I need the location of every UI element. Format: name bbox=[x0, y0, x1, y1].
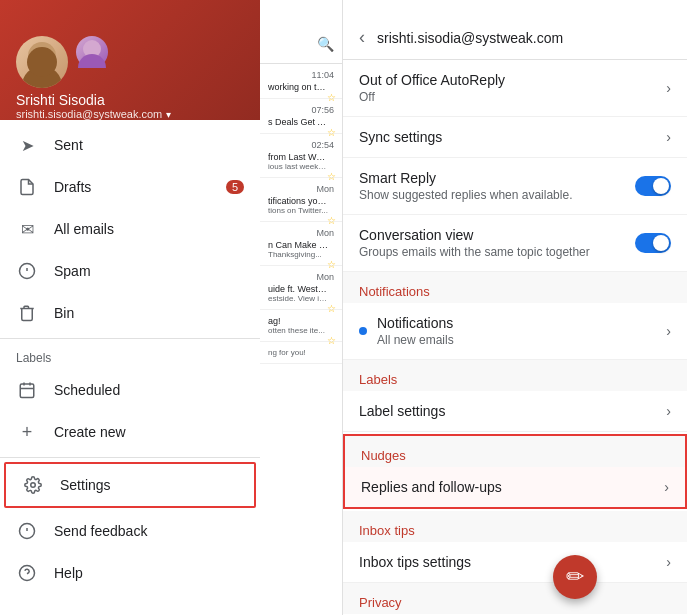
settings-row-smart-reply[interactable]: Smart Reply Show suggested replies when … bbox=[343, 158, 687, 215]
help-icon bbox=[16, 562, 38, 584]
sent-label: Sent bbox=[54, 137, 244, 153]
sidebar-item-send-feedback[interactable]: Send feedback bbox=[0, 510, 260, 552]
drafts-label: Drafts bbox=[54, 179, 210, 195]
privacy-section-header: Privacy bbox=[343, 583, 687, 614]
notification-dot bbox=[359, 327, 367, 335]
labels-section-header: Labels bbox=[0, 343, 260, 369]
settings-row-replies-followups[interactable]: Replies and follow-ups › bbox=[345, 467, 685, 507]
email-preview: ious last week. Y... bbox=[268, 162, 328, 171]
email-time: Mon bbox=[268, 272, 334, 282]
settings-row-label-settings[interactable]: Label settings › bbox=[343, 391, 687, 432]
svg-point-11 bbox=[31, 483, 36, 488]
nav-divider-2 bbox=[0, 457, 260, 458]
smart-reply-title: Smart Reply bbox=[359, 170, 635, 186]
email-sender: ag! bbox=[268, 316, 328, 326]
email-list-header: 🔍 bbox=[260, 24, 342, 64]
email-list: 🔍 11:04 working on the... ☆ 07:56 s Deal… bbox=[260, 0, 343, 615]
account-dropdown-icon[interactable]: ▾ bbox=[166, 109, 171, 120]
label-settings-title: Label settings bbox=[359, 403, 666, 419]
bin-icon bbox=[16, 302, 38, 324]
search-icon[interactable]: 🔍 bbox=[317, 36, 334, 52]
chevron-icon: › bbox=[666, 403, 671, 419]
chevron-icon: › bbox=[666, 323, 671, 339]
compose-icon: ✏ bbox=[566, 564, 584, 590]
sidebar-item-all-emails[interactable]: ✉ All emails bbox=[0, 208, 260, 250]
create-new-icon: + bbox=[16, 421, 38, 443]
conversation-view-subtitle: Groups emails with the same topic togeth… bbox=[359, 245, 635, 259]
sidebar-item-spam[interactable]: Spam bbox=[0, 250, 260, 292]
svg-point-0 bbox=[28, 42, 56, 70]
drafts-icon bbox=[16, 176, 38, 198]
email-item[interactable]: ng for you! bbox=[260, 342, 342, 364]
email-item[interactable]: Mon uide ft. Westside estside. View in..… bbox=[260, 266, 342, 310]
send-feedback-label: Send feedback bbox=[54, 523, 244, 539]
navigation-drawer: Srishti Sisodia srishti.sisodia@systweak… bbox=[0, 0, 260, 615]
sent-icon: ➤ bbox=[16, 134, 38, 156]
out-of-office-title: Out of Office AutoReply bbox=[359, 72, 666, 88]
settings-row-conversation-view[interactable]: Conversation view Groups emails with the… bbox=[343, 215, 687, 272]
sidebar-item-scheduled[interactable]: Scheduled bbox=[0, 369, 260, 411]
help-label: Help bbox=[54, 565, 244, 581]
all-emails-icon: ✉ bbox=[16, 218, 38, 240]
scheduled-icon bbox=[16, 379, 38, 401]
back-button[interactable]: ‹ bbox=[359, 27, 365, 48]
labels-section-header: Labels bbox=[343, 360, 687, 391]
settings-row-notifications[interactable]: Notifications All new emails › bbox=[343, 303, 687, 360]
nav-divider-1 bbox=[0, 338, 260, 339]
sidebar-item-create-new[interactable]: + Create new bbox=[0, 411, 260, 453]
inbox-tips-section-header: Inbox tips bbox=[343, 511, 687, 542]
email-preview: estside. View in... bbox=[268, 294, 328, 303]
compose-fab[interactable]: ✏ bbox=[553, 555, 597, 599]
settings-content: Out of Office AutoReply Off › Sync setti… bbox=[343, 60, 687, 615]
notifications-subtitle: All new emails bbox=[377, 333, 454, 347]
email-sender: from Last Week bbox=[268, 152, 328, 162]
notifications-title: Notifications bbox=[377, 315, 454, 331]
replies-followups-title: Replies and follow-ups bbox=[361, 479, 664, 495]
nudges-highlight-box: Nudges Replies and follow-ups › bbox=[343, 434, 687, 509]
settings-highlight-box: Settings bbox=[4, 462, 256, 508]
out-of-office-subtitle: Off bbox=[359, 90, 666, 104]
all-emails-label: All emails bbox=[54, 221, 244, 237]
sidebar-item-drafts[interactable]: Drafts 5 bbox=[0, 166, 260, 208]
sidebar-item-settings[interactable]: Settings bbox=[6, 464, 254, 506]
svg-rect-7 bbox=[20, 384, 34, 398]
settings-row-inbox-tips[interactable]: Inbox tips settings › bbox=[343, 542, 687, 583]
settings-panel: ‹ srishti.sisodia@systweak.com Out of Of… bbox=[343, 0, 687, 615]
chevron-icon: › bbox=[666, 80, 671, 96]
user-email: srishti.sisodia@systweak.com bbox=[16, 108, 162, 120]
email-item[interactable]: 07:56 s Deals Get Am... ☆ bbox=[260, 99, 342, 134]
email-sender: working on the... bbox=[268, 82, 328, 92]
create-new-label: Create new bbox=[54, 424, 244, 440]
email-time: Mon bbox=[268, 228, 334, 238]
feedback-icon bbox=[16, 520, 38, 542]
drawer-header: Srishti Sisodia srishti.sisodia@systweak… bbox=[0, 0, 260, 120]
email-preview: ng for you! bbox=[268, 348, 328, 357]
smart-reply-toggle[interactable] bbox=[635, 176, 671, 196]
email-sender: s Deals Get Am... bbox=[268, 117, 328, 127]
sidebar-item-bin[interactable]: Bin bbox=[0, 292, 260, 334]
conversation-view-toggle[interactable] bbox=[635, 233, 671, 253]
settings-header: ‹ srishti.sisodia@systweak.com bbox=[343, 0, 687, 60]
svg-point-3 bbox=[78, 54, 106, 68]
settings-row-out-of-office[interactable]: Out of Office AutoReply Off › bbox=[343, 60, 687, 117]
email-sender: n Can Make Your... bbox=[268, 240, 328, 250]
settings-label: Settings bbox=[60, 477, 238, 493]
chevron-icon: › bbox=[666, 129, 671, 145]
nav-list: ➤ Sent Drafts 5 ✉ All emails Spam Bin bbox=[0, 120, 260, 615]
email-item[interactable]: ag! otten these ite... ☆ bbox=[260, 310, 342, 342]
email-item[interactable]: 02:54 from Last Week ious last week. Y..… bbox=[260, 134, 342, 178]
scheduled-label: Scheduled bbox=[54, 382, 244, 398]
email-item[interactable]: 11:04 working on the... ☆ bbox=[260, 64, 342, 99]
email-item[interactable]: Mon tifications you ha... tions on Twitt… bbox=[260, 178, 342, 222]
spam-icon bbox=[16, 260, 38, 282]
sidebar-item-help[interactable]: Help bbox=[0, 552, 260, 594]
settings-icon bbox=[22, 474, 44, 496]
email-item[interactable]: Mon n Can Make Your... Thanksgiving... ☆ bbox=[260, 222, 342, 266]
inbox-tips-title: Inbox tips settings bbox=[359, 554, 666, 570]
settings-row-sync[interactable]: Sync settings › bbox=[343, 117, 687, 158]
email-time: 11:04 bbox=[268, 70, 334, 80]
svg-point-1 bbox=[22, 66, 62, 88]
email-time: 02:54 bbox=[268, 140, 334, 150]
conversation-view-title: Conversation view bbox=[359, 227, 635, 243]
sidebar-item-sent[interactable]: ➤ Sent bbox=[0, 124, 260, 166]
